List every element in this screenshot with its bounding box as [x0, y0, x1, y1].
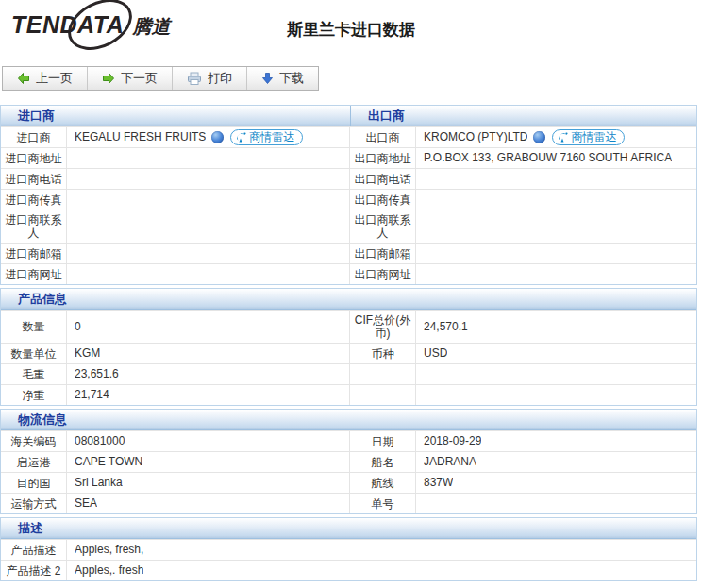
- field-label: 进口商电话: [1, 169, 67, 189]
- field-value: [416, 385, 696, 405]
- field-label: 运输方式: [1, 494, 67, 513]
- field-label: [350, 385, 416, 405]
- field-label: 海关编码: [1, 431, 67, 451]
- field-value: [416, 169, 696, 189]
- field-value-text: CAPE TOWN: [75, 455, 142, 469]
- field-label: 进口商: [1, 127, 67, 147]
- field-label: 出口商联系人: [350, 210, 416, 243]
- globe-icon[interactable]: [211, 131, 224, 143]
- prev-page-button[interactable]: 上一页: [3, 67, 88, 90]
- field-value: [416, 264, 696, 284]
- section-header-bar: 物流信息: [1, 410, 696, 430]
- field-value-text: KEGALU FRESH FRUITS: [75, 130, 206, 144]
- field-label: 进口商地址: [1, 148, 67, 168]
- table-row: 目的国Sri Lanka航线837W: [1, 472, 696, 493]
- field-value: [416, 494, 696, 513]
- field-label: 船名: [350, 452, 416, 472]
- radar-button-label: 商情雷达: [571, 130, 616, 144]
- field-value: USD: [416, 344, 696, 363]
- section-进口商: 进口商出口商进口商KEGALU FRESH FRUITS商情雷达出口商KROMC…: [0, 105, 697, 285]
- section-header-title: 产品信息: [1, 289, 696, 309]
- field-label: 单号: [350, 494, 416, 513]
- field-label: [350, 364, 416, 384]
- print-button[interactable]: 打印: [173, 67, 247, 90]
- logo-brand-cn-text: 腾道: [133, 16, 171, 37]
- field-value: [67, 244, 350, 263]
- field-value: Apples,. fresh: [67, 561, 696, 580]
- field-value-text: Apples,. fresh: [75, 563, 143, 578]
- table-row: 数量0CIF总价(外币)24,570.1: [1, 310, 696, 343]
- field-value: [416, 190, 696, 210]
- table-row: 进口商KEGALU FRESH FRUITS商情雷达出口商KROMCO (PTY…: [1, 126, 696, 147]
- arrow-right-icon: [102, 72, 115, 85]
- field-value-text: P.O.BOX 133, GRABOUW 7160 SOUTH AFRICA: [424, 151, 672, 165]
- field-value: Sri Lanka: [67, 473, 350, 493]
- field-label: 启运港: [1, 452, 67, 472]
- field-value: [67, 210, 350, 243]
- section-描述: 描述产品描述Apples, fresh,产品描述 2Apples,. fresh: [0, 517, 697, 581]
- radar-button[interactable]: 商情雷达: [552, 129, 625, 145]
- radar-button-label: 商情雷达: [249, 130, 294, 144]
- field-value: CAPE TOWN: [67, 452, 350, 472]
- field-value: 837W: [416, 473, 696, 493]
- field-value: KROMCO (PTY)LTD商情雷达: [416, 127, 696, 147]
- field-value: KGM: [67, 344, 350, 363]
- tendata-logo: TENDATA 腾道: [11, 11, 171, 40]
- field-value-text: Sri Lanka: [75, 476, 123, 490]
- field-value: [67, 264, 350, 284]
- table-row: 进口商联系人出口商联系人: [1, 210, 696, 243]
- field-label: 数量: [1, 311, 67, 343]
- field-label: 出口商传真: [350, 190, 416, 210]
- field-value-text: 0: [75, 320, 81, 334]
- field-label: 日期: [350, 431, 416, 451]
- table-row: 数量单位KGM币种USD: [1, 343, 696, 363]
- section-header-title: 描述: [1, 518, 696, 538]
- field-label: 出口商邮箱: [350, 244, 416, 263]
- radar-button[interactable]: 商情雷达: [230, 129, 303, 145]
- table-row: 进口商网址出口商网址: [1, 263, 696, 284]
- field-value: KEGALU FRESH FRUITS商情雷达: [67, 127, 350, 147]
- table-row: 运输方式SEA单号: [1, 493, 696, 513]
- print-label: 打印: [208, 70, 232, 87]
- field-value: [67, 169, 350, 189]
- field-label: 出口商网址: [350, 264, 416, 284]
- field-value: SEA: [67, 494, 350, 513]
- table-row: 海关编码08081000日期2018-09-29: [1, 430, 696, 451]
- download-label: 下载: [279, 70, 304, 87]
- field-value-text: 08081000: [75, 434, 125, 448]
- table-row: 进口商邮箱出口商邮箱: [1, 243, 696, 263]
- field-value-text: Apples, fresh,: [75, 543, 143, 557]
- table-row: 进口商传真出口商传真: [1, 189, 696, 210]
- field-value-text: 2018-09-29: [424, 434, 481, 448]
- field-value: 2018-09-29: [416, 431, 696, 451]
- download-button[interactable]: 下载: [247, 67, 318, 90]
- field-value: JADRANA: [416, 452, 696, 472]
- field-label: 进口商邮箱: [1, 244, 67, 263]
- section-header-bar: 产品信息: [1, 289, 696, 310]
- field-label: 数量单位: [1, 344, 67, 363]
- field-value: 23,651.6: [67, 364, 350, 384]
- field-value: [67, 190, 350, 210]
- prev-page-label: 上一页: [36, 70, 73, 87]
- logo-brand-text: TENDATA: [11, 11, 124, 38]
- globe-icon[interactable]: [533, 131, 545, 143]
- field-value-text: SEA: [75, 496, 97, 511]
- field-value: P.O.BOX 133, GRABOUW 7160 SOUTH AFRICA: [416, 148, 696, 168]
- field-value: [416, 210, 696, 243]
- field-value: [416, 244, 696, 263]
- field-label: 航线: [350, 473, 416, 493]
- field-label: 出口商: [350, 127, 416, 147]
- table-row: 启运港CAPE TOWN船名JADRANA: [1, 451, 696, 472]
- field-value-text: 837W: [424, 476, 453, 490]
- field-value-text: 21,714: [75, 388, 109, 402]
- field-label: 净重: [1, 385, 67, 405]
- field-value: [67, 148, 350, 168]
- field-label: 产品描述: [1, 540, 67, 560]
- section-header-bar: 描述: [1, 518, 696, 539]
- page-header: TENDATA 腾道 斯里兰卡进口数据: [0, 0, 702, 59]
- section-物流信息: 物流信息海关编码08081000日期2018-09-29启运港CAPE TOWN…: [0, 409, 697, 514]
- section-header-bar: 进口商出口商: [1, 106, 696, 126]
- section-产品信息: 产品信息数量0CIF总价(外币)24,570.1数量单位KGM币种USD毛重23…: [0, 288, 697, 406]
- next-page-button[interactable]: 下一页: [88, 67, 173, 90]
- field-value-text: KGM: [75, 346, 100, 361]
